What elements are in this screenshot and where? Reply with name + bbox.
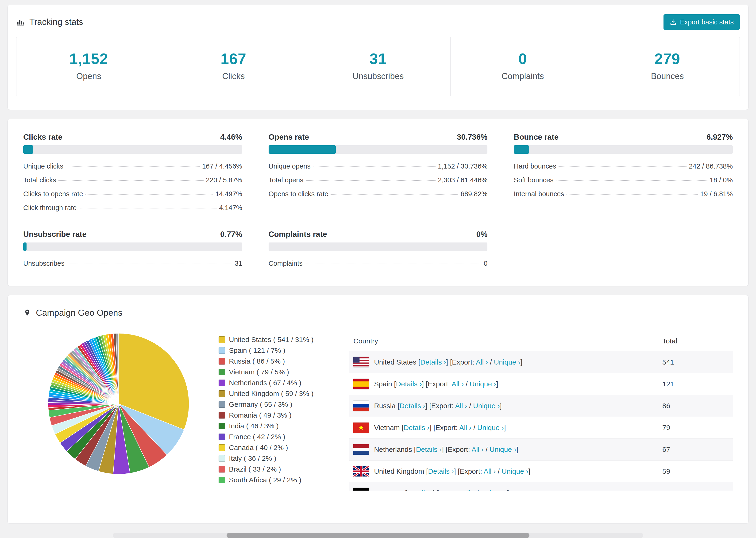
legend-item-canada: Canada ( 40 / 2% ) — [219, 442, 313, 453]
rate-panel-unsubscribe-rate: Unsubscribe rate0.77%Unsubscribes31 — [23, 230, 242, 270]
export-all-link[interactable]: All › — [484, 467, 496, 475]
legend-label: Italy ( 36 / 2% ) — [229, 455, 276, 462]
legend-label: Germany ( 55 / 3% ) — [229, 401, 292, 408]
export-unique-link[interactable]: Unique › — [481, 489, 507, 491]
dotted-leader — [67, 264, 233, 264]
total-cell: 121 — [658, 373, 733, 395]
export-unique-link[interactable]: Unique › — [494, 358, 520, 366]
stat-box-complaints: 0Complaints — [450, 37, 595, 96]
export-all-link[interactable]: All › — [455, 402, 467, 409]
details-link[interactable]: Details › — [404, 424, 429, 431]
export-all-link[interactable]: All › — [476, 358, 488, 366]
total-cell: 67 — [658, 439, 733, 460]
flag-es-icon — [353, 379, 369, 389]
export-basic-stats-button[interactable]: Export basic stats — [664, 14, 740, 30]
rate-row-value: 2,303 / 61.446% — [438, 176, 487, 184]
rates-card: Clicks rate4.46%Unique clicks167 / 4.456… — [8, 119, 748, 286]
legend-item-russia: Russia ( 86 / 5% ) — [219, 356, 313, 367]
export-unique-link[interactable]: Unique › — [473, 402, 500, 409]
rate-row-value: 220 / 5.87% — [206, 176, 242, 184]
rate-percent: 4.46% — [220, 133, 242, 141]
rate-row-value: 689.82% — [460, 190, 488, 198]
rate-row-label: Internal bounces — [514, 190, 564, 198]
rate-title: Bounce rate — [514, 133, 559, 141]
rate-row-label: Hard bounces — [514, 162, 556, 170]
details-link[interactable]: Details › — [428, 467, 454, 475]
legend-label: United Kingdom ( 59 / 3% ) — [229, 390, 313, 398]
dotted-leader — [306, 180, 436, 181]
rate-row-complaints: Complaints0 — [269, 256, 488, 270]
geo-table-header-row: Country Total — [349, 331, 733, 351]
legend-swatch — [219, 336, 225, 343]
dotted-leader — [305, 264, 481, 264]
export-unique-link[interactable]: Unique › — [477, 424, 504, 431]
export-all-link[interactable]: All › — [452, 380, 464, 388]
legend-label: Spain ( 121 / 7% ) — [229, 347, 285, 354]
country-cell: Netherlands [Details ›] [Export: All › /… — [353, 444, 653, 455]
rate-head: Bounce rate6.927% — [514, 133, 733, 141]
country-links: Russia [Details ›] [Export: All › / Uniq… — [374, 402, 502, 410]
dotted-leader — [66, 166, 200, 167]
stat-label: Bounces — [600, 71, 735, 81]
rate-row-value: 18 / 0% — [710, 176, 733, 184]
rate-row-label: Total opens — [269, 176, 303, 184]
dotted-leader — [567, 194, 698, 194]
country-cell: United Kingdom [Details ›] [Export: All … — [353, 466, 653, 476]
legend-label: France ( 42 / 2% ) — [229, 433, 285, 441]
stat-label: Opens — [21, 71, 156, 81]
rate-row-value: 4.147% — [219, 204, 242, 212]
rate-title: Unsubscribe rate — [23, 230, 87, 239]
details-link[interactable]: Details › — [420, 358, 446, 366]
export-all-link[interactable]: All › — [462, 489, 475, 491]
rate-row-hard-bounces: Hard bounces242 / 86.738% — [514, 159, 733, 173]
export-unique-link[interactable]: Unique › — [502, 467, 528, 475]
details-link[interactable]: Details › — [396, 380, 422, 388]
legend-item-south-africa: South Africa ( 29 / 2% ) — [219, 475, 313, 485]
progress-bar — [514, 145, 733, 154]
details-link[interactable]: Details › — [416, 446, 442, 453]
rate-title: Clicks rate — [23, 133, 63, 141]
horizontal-scrollbar-thumb[interactable] — [227, 533, 529, 538]
country-links: Netherlands [Details ›] [Export: All › /… — [374, 446, 518, 454]
rate-percent: 30.736% — [457, 133, 487, 141]
stat-box-opens: 1,152Opens — [17, 37, 161, 96]
horizontal-scrollbar-track[interactable] — [113, 533, 643, 538]
export-unique-link[interactable]: Unique › — [469, 380, 496, 388]
rate-row-value: 0 — [484, 260, 487, 267]
stat-value: 31 — [311, 50, 446, 68]
geo-section-title: Campaign Geo Opens — [36, 308, 122, 318]
geo-row-united-kingdom: United Kingdom [Details ›] [Export: All … — [349, 460, 733, 482]
stats-row: 1,152Opens167Clicks31Unsubscribes0Compla… — [16, 37, 740, 96]
rate-row-click-through-rate: Click through rate4.147% — [23, 201, 242, 215]
stat-box-clicks: 167Clicks — [161, 37, 306, 96]
stat-value: 1,152 — [21, 50, 156, 68]
country-links: Vietnam [Details ›] [Export: All › / Uni… — [374, 424, 506, 432]
rate-row-value: 14.497% — [215, 190, 242, 198]
country-cell: Russia [Details ›] [Export: All › / Uniq… — [353, 401, 653, 411]
rate-row-internal-bounces: Internal bounces19 / 6.81% — [514, 187, 733, 201]
details-link[interactable]: Details › — [400, 402, 425, 409]
flag-vn-icon — [353, 422, 369, 433]
rate-panel-bounce-rate: Bounce rate6.927%Hard bounces242 / 86.73… — [514, 133, 733, 215]
rate-head: Clicks rate4.46% — [23, 133, 242, 141]
dotted-leader — [58, 180, 203, 181]
stat-label: Clicks — [166, 71, 301, 81]
dotted-leader — [85, 194, 213, 194]
export-unique-link[interactable]: Unique › — [490, 446, 516, 453]
country-cell: Spain [Details ›] [Export: All › / Uniqu… — [353, 379, 653, 389]
column-header-country: Country — [349, 331, 658, 351]
export-all-link[interactable]: All › — [471, 446, 484, 453]
rate-title: Complaints rate — [269, 230, 327, 239]
rate-row-unsubscribes: Unsubscribes31 — [23, 256, 242, 270]
legend-swatch — [219, 434, 225, 440]
rate-row-unique-opens: Unique opens1,152 / 30.736% — [269, 159, 488, 173]
export-all-link[interactable]: All › — [459, 424, 471, 431]
stat-label: Complaints — [455, 71, 590, 81]
rate-percent: 0% — [476, 230, 488, 239]
country-links: United States [Details ›] [Export: All ›… — [374, 358, 522, 366]
details-link[interactable]: Details › — [407, 489, 433, 491]
total-cell: 86 — [658, 395, 733, 417]
legend-item-spain: Spain ( 121 / 7% ) — [219, 345, 313, 356]
legend-swatch — [219, 477, 225, 483]
flag-nl-icon — [353, 444, 369, 455]
